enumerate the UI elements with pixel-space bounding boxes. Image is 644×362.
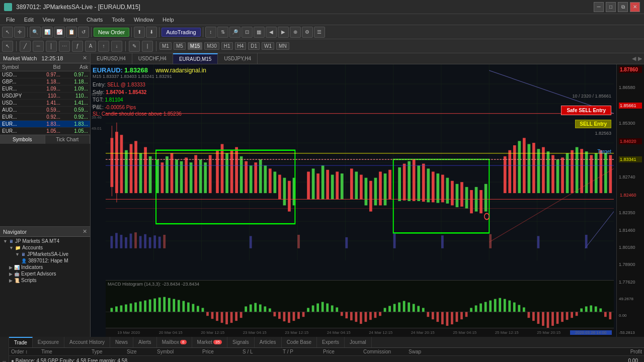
zoom-fit-icon[interactable]: ⊡	[242, 27, 253, 38]
tf-mn[interactable]: MN	[276, 42, 289, 50]
tab-journal[interactable]: Journal	[345, 337, 372, 347]
nav-accounts[interactable]: ▼ 📁 Accounts	[7, 244, 89, 251]
menu-tools[interactable]: Tools	[108, 16, 129, 24]
tab-market[interactable]: Market 35	[192, 337, 227, 347]
tf-w1[interactable]: W1	[262, 42, 274, 50]
tab-account-history[interactable]: Account History	[64, 337, 110, 347]
tab-articles[interactable]: Articles	[255, 337, 282, 347]
tf-d1[interactable]: D1	[248, 42, 260, 50]
mw-row-usd2[interactable]: USD... 1.41... 1.41...	[0, 100, 90, 107]
svg-rect-110	[556, 159, 559, 193]
tool-b[interactable]: ⬇	[146, 27, 157, 38]
menu-charts[interactable]: Charts	[83, 16, 107, 24]
menu-help[interactable]: Help	[158, 16, 178, 24]
mw-row-gbp[interactable]: GBP... 1.18... 1.18...	[0, 78, 90, 85]
chart-tool[interactable]: 📈	[54, 27, 65, 38]
pointer-tool[interactable]: ↖	[2, 27, 13, 38]
tf-h1[interactable]: H1	[221, 42, 233, 50]
tab-mailbox[interactable]: Mailbox 6	[157, 337, 192, 347]
nav-scripts[interactable]: ▶ 📜 Scripts	[7, 277, 89, 284]
template-tool[interactable]: 📋	[66, 27, 77, 38]
arrow-up-tool[interactable]: ↑	[98, 41, 109, 52]
period-tool[interactable]: 📊	[42, 27, 53, 38]
tab-exposure[interactable]: Exposure	[33, 337, 64, 347]
tf-m5[interactable]: M5	[174, 42, 186, 50]
tool-a[interactable]: ⬆	[134, 27, 145, 38]
tab-euraud-m15[interactable]: EURAUD,M15	[173, 53, 218, 64]
nav-expert-advisors[interactable]: ▶ 🤖 Expert Advisors	[7, 270, 89, 277]
tab-usdjpy-h4[interactable]: USDJPY,H4	[218, 53, 258, 64]
nav-account-num[interactable]: 👤 3897012: Hape M	[19, 257, 89, 264]
svg-rect-221	[441, 312, 444, 324]
tab-tick-chart[interactable]: Tick Chart	[45, 135, 91, 144]
trade-icon[interactable]: ⊕	[290, 27, 301, 38]
menu-insert[interactable]: Insert	[59, 16, 82, 24]
tool-e[interactable]: ◀	[266, 27, 277, 38]
menu-window[interactable]: Window	[130, 16, 157, 24]
market-watch-close[interactable]: ✕	[83, 55, 87, 61]
channel-tool[interactable]: ⋯	[59, 41, 70, 52]
mw-row-eur3[interactable]: EUR... 1.05... 1.05...	[0, 128, 90, 135]
title-bar-controls[interactable]: ─ □ ⧉ ✕	[594, 2, 640, 12]
chart-main[interactable]: MACD Histogram (14,3,3): -23.8434 -23.84…	[91, 64, 644, 337]
menu-edit[interactable]: Edit	[20, 16, 38, 24]
navigator-close[interactable]: ✕	[83, 228, 87, 235]
chart-options-icon[interactable]: ☰	[314, 27, 325, 38]
nav-live-icon: 🖥	[21, 252, 26, 257]
chart-scroll-right[interactable]: ▶	[638, 55, 642, 62]
tab-signals[interactable]: Signals	[227, 337, 255, 347]
tf-m1[interactable]: M1	[159, 42, 172, 50]
tab-alerts[interactable]: Alerts	[133, 337, 157, 347]
line-tool[interactable]: ╱	[20, 41, 31, 52]
crosshair-tool[interactable]: ✛	[14, 27, 25, 38]
autotrade-button[interactable]: AutoTrading	[162, 28, 201, 37]
settings-icon[interactable]: ⚙	[302, 27, 313, 38]
nav-live[interactable]: ▼ 🖥 JPMarketsSA-Live	[13, 251, 89, 257]
refresh-tool[interactable]: ↺	[78, 27, 89, 38]
tab-symbols[interactable]: Symbols	[0, 135, 45, 144]
tf-m30[interactable]: M30	[204, 42, 219, 50]
zoom-in-tool[interactable]: 🔍	[30, 27, 41, 38]
hline-tool[interactable]: ─	[33, 41, 44, 52]
tab-news[interactable]: News	[110, 337, 133, 347]
chart-safe: 1.84704 - 1.85432	[106, 89, 146, 95]
arrow-tool[interactable]: ↖	[2, 41, 13, 52]
new-order-button[interactable]: New Order	[94, 28, 129, 37]
tab-trade[interactable]: Trade	[9, 337, 33, 347]
restore-button[interactable]: ⧉	[618, 2, 628, 12]
arrow-down-tool[interactable]: ↓	[111, 41, 122, 52]
mw-row-eur2[interactable]: EUR... 0.92... 0.92...	[0, 114, 90, 121]
tab-eurusd-h4[interactable]: EURUSD,H4	[91, 53, 132, 64]
menu-view[interactable]: View	[39, 16, 59, 24]
tab-codebase[interactable]: Code Base	[282, 337, 317, 347]
minimize-button[interactable]: ─	[594, 2, 604, 12]
tool-f[interactable]: ▶	[278, 27, 289, 38]
nav-indicators[interactable]: ▶ 📊 Indicators	[7, 264, 89, 270]
svg-rect-57	[278, 175, 281, 200]
fib-tool[interactable]: ƒ	[72, 41, 83, 52]
tool-c[interactable]: ↕	[205, 27, 216, 38]
close-button[interactable]: ✕	[630, 2, 640, 12]
mw-row-eur1[interactable]: EUR... 1.09... 1.09...	[0, 85, 90, 93]
text-tool[interactable]: A	[85, 41, 96, 52]
chart-scroll-left[interactable]: ◀	[632, 55, 636, 62]
tool-d[interactable]: ⇅	[217, 27, 228, 38]
tab-usdchf-h4[interactable]: USDCHF,H4	[132, 53, 173, 64]
vline-tool[interactable]: │	[46, 41, 57, 52]
tab-experts[interactable]: Experts	[317, 337, 345, 347]
maximize-button[interactable]: □	[606, 2, 616, 12]
mw-row-aud[interactable]: AUD... 0.59... 0.59...	[0, 107, 90, 114]
mw-row-usdjpy[interactable]: USDJPY 110... 110...	[0, 93, 90, 100]
menu-file[interactable]: File	[2, 16, 19, 24]
nav-folder-icon: 📁	[15, 245, 21, 250]
zoom-out-icon[interactable]: 🔎	[229, 27, 240, 38]
mw-row-usd1[interactable]: USD... 0.97... 0.97...	[0, 71, 90, 78]
draw-mode-icon[interactable]: ✎	[129, 41, 140, 52]
tf-m15[interactable]: M15	[188, 42, 202, 50]
tf-h4[interactable]: H4	[235, 42, 247, 50]
bar-chart-icon[interactable]: ▦	[254, 27, 265, 38]
nav-jp-markets[interactable]: ▼ 🖥 JP Markets SA MT4	[1, 238, 89, 244]
svg-rect-165	[173, 299, 175, 312]
period-sep-icon[interactable]: |	[142, 41, 153, 52]
mw-row-euraud[interactable]: EUR... 1.83... 1.83...	[0, 121, 90, 128]
